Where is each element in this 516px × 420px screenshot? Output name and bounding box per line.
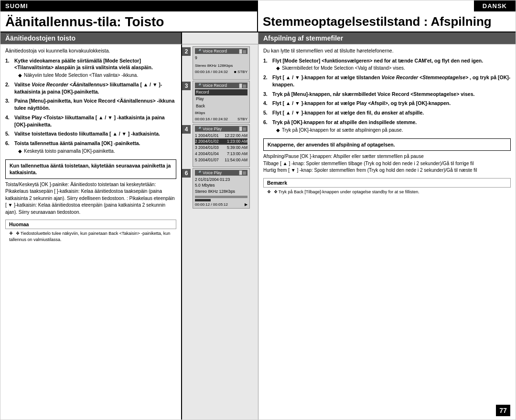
intro-left: Äänitiedostoja voi kuunnella korvakuulok… [5, 47, 176, 54]
body-text-right: Afspilning/Pause [OK ]-knappen: Afspille… [263, 153, 511, 174]
steps-right: 1. Flyt [Mode Selector] <funktionsvælger… [263, 57, 511, 136]
section-bars: Äänitiedostojen toisto Afspilning af ste… [0, 32, 516, 44]
step-right-1: 1. Flyt [Mode Selector] <funktionsvælger… [263, 57, 511, 72]
step-left-3: 3. Paina [Menu]-painiketta, kun Voice Re… [5, 97, 176, 111]
device-screen-3: 🎤 Voice Record ▓ ||| Record Play Back 8K… [193, 81, 250, 123]
step-left-6: 6. Toista tallennettua ääntä painamalla … [5, 140, 176, 155]
footer-note-right: ❖ ❖ Tryk på Back [Tilbage]-knappen under… [263, 189, 511, 195]
suomi-badge: SUOMI [0, 0, 258, 11]
step-right-6: 6. Tryk på [OK]-knappen for at afspille … [263, 119, 511, 134]
body-text-left: Toista/Keskeytä [OK ]-painike: Äänitiedo… [5, 181, 176, 216]
step-right-2: 2. Flyt [ ▲ / ▼ ]-knappen for at vælge t… [263, 74, 511, 88]
section-bar-center-spacer [182, 32, 258, 44]
screen-2: 2 🎤 Voice Record ▓ ||| 9 Stereo 8KHz 128… [182, 46, 258, 80]
step-left-2: 2. Valitse Voice Recorder <Äänitallennus… [5, 81, 176, 95]
center-screens: 2 🎤 Voice Record ▓ ||| 9 Stereo 8KHz 128… [182, 44, 258, 420]
screen-6: 6 🎤 Voice Play ▓ ||| 2 01/01/2004 01:23 … [182, 168, 258, 209]
step-left-1: 1. Kytke videokamera päälle siirtämällä … [5, 57, 176, 79]
section-bar-left: Äänitiedostojen toisto [0, 32, 182, 44]
huomaa-box: Huomaa [5, 220, 176, 229]
highlight-box-left: Kun tallennettua ääntä toistetaan, käyte… [5, 159, 176, 179]
screen-4: 4 🎤 Voice Play ▓ ||| 1 2004/01/0112:22:0… [182, 124, 258, 167]
steps-left: 1. Kytke videokamera päälle siirtämällä … [5, 57, 176, 157]
device-screen-2: 🎤 Voice Record ▓ ||| 9 Stereo 8KHz 128Kb… [193, 46, 250, 80]
dansk-badge: DANSK [474, 0, 516, 11]
title-left: Äänitallennus-tila: Toisto [0, 11, 258, 32]
dansk-badge-wrapper: DANSK [258, 0, 516, 11]
section-bar-right: Afspilning af stemmefiler [258, 32, 516, 44]
main-title-row: Äänitallennus-tila: Toisto Stemmeoptagel… [0, 11, 516, 32]
left-column: Äänitiedostoja voi kuunnella korvakuulok… [0, 44, 182, 420]
device-screen-4: 🎤 Voice Play ▓ ||| 1 2004/01/0112:22:00 … [193, 124, 250, 167]
footer-note-left: ❖ ❖ Tiedostoluettelo tulee näkyviin, kun… [5, 231, 176, 242]
device-screen-6: 🎤 Voice Play ▓ ||| 2 01/01/2004 01:23 5.… [193, 168, 250, 209]
main-content: Äänitiedostoja voi kuunnella korvakuulok… [0, 44, 516, 420]
bemaerk-box: Bemærk [263, 178, 511, 188]
top-header: SUOMI DANSK [0, 0, 516, 11]
step-right-4: 4. Flyt [ ▲ / ▼ ]-knappen for at vælge P… [263, 100, 511, 107]
screen-3: 3 🎤 Voice Record ▓ ||| Record Play Back … [182, 81, 258, 123]
step-right-5: 5. Flyt [ ▲ / ▼ ]-knappen for at vælge d… [263, 109, 511, 116]
highlight-box-right: Knapperne, der anvendes til afspilning a… [263, 138, 511, 151]
step-left-5: 5. Valitse toistettava tiedosto liikutta… [5, 130, 176, 137]
page-number: 77 [496, 405, 510, 416]
step-right-3: 3. Tryk på [Menu]-knappen, når skærmbill… [263, 91, 511, 98]
intro-right: Du kan lytte til stemmefilen ved at tils… [263, 47, 511, 54]
right-column: Du kan lytte til stemmefilen ved at tils… [258, 44, 516, 420]
page-container: SUOMI DANSK Äänitallennus-tila: Toisto S… [0, 0, 516, 420]
step-left-4: 4. Valitse Play <Toista> liikuttamalla [… [5, 114, 176, 128]
title-right: Stemmeoptagelsestilstand : Afspilning [258, 11, 516, 32]
